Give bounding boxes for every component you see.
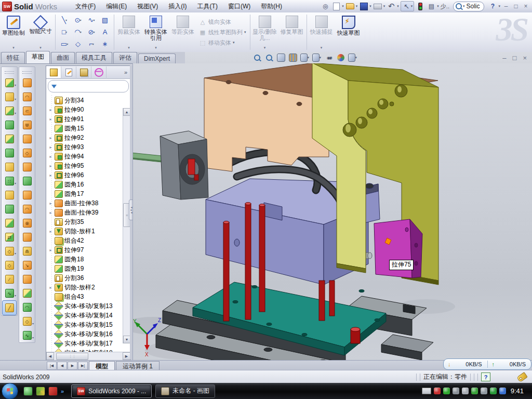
start-button[interactable]: [2, 383, 18, 399]
network-speed-widget[interactable]: ↓0KB/S ↑0KB/S: [443, 358, 531, 370]
surf-thicken-button[interactable]: [20, 188, 34, 202]
tree-item[interactable]: ▸拉伸94: [46, 152, 130, 161]
tree-vertical-scrollbar[interactable]: ▲ ≡ ▼: [123, 108, 130, 343]
view-orientation-icon[interactable]: ▾: [300, 54, 309, 62]
dimxpert-manager-tab[interactable]: [91, 66, 107, 78]
tab-nav-1[interactable]: ◀: [57, 362, 67, 370]
polygon-tool[interactable]: ◇: [71, 38, 85, 50]
rotate-view-icon[interactable]: [276, 54, 285, 62]
downloader-icon[interactable]: [499, 388, 506, 394]
taskbar-clock[interactable]: 9:41: [509, 387, 528, 395]
expand-icon[interactable]: ▸: [48, 285, 53, 290]
measure-button[interactable]: ╱: [2, 300, 17, 315]
property-manager-tab[interactable]: [61, 66, 76, 78]
tab-运动算例 1[interactable]: 运动算例 1: [116, 361, 159, 370]
display-style-icon[interactable]: ▾: [312, 54, 321, 62]
volume-icon[interactable]: [462, 388, 469, 394]
ellipse-tool[interactable]: ⊘▾: [85, 26, 98, 38]
tab-nav-0[interactable]: |◀: [47, 362, 57, 370]
expand-icon[interactable]: ▸: [48, 210, 53, 215]
tree-item[interactable]: ▸拉伸97: [46, 245, 130, 255]
tree-item[interactable]: ▸拉伸92: [46, 133, 130, 142]
expand-icon[interactable]: ▸: [48, 248, 53, 252]
expand-icon[interactable]: ▸: [48, 173, 53, 178]
spline-tool-caret-icon[interactable]: ▾: [93, 18, 95, 22]
scene-icon-caret[interactable]: ▾: [355, 56, 357, 60]
pattern-caret-icon[interactable]: ▾: [15, 181, 16, 185]
tree-item[interactable]: 圆角18: [46, 255, 130, 264]
surf-trim-button[interactable]: [20, 272, 34, 286]
doc-minimize-button[interactable]: –: [502, 54, 506, 62]
section-view-icon[interactable]: [288, 54, 297, 62]
tag-icon[interactable]: [516, 371, 528, 382]
doc-restore-button[interactable]: □: [513, 54, 517, 62]
dropdown-caret-icon[interactable]: ▾: [264, 46, 266, 50]
dropdown-caret-icon[interactable]: ▾: [128, 46, 130, 50]
configuration-manager-tab[interactable]: [76, 66, 91, 78]
rectangle-tool-caret-icon[interactable]: ▾: [65, 30, 67, 34]
curve-helix-caret-icon[interactable]: ▾: [15, 294, 16, 297]
red-pin-short[interactable]: [351, 327, 360, 343]
tree-item[interactable]: 圆角17: [46, 189, 130, 198]
tree-item[interactable]: 分割35: [46, 217, 130, 227]
select-tool-button[interactable]: ↖▾: [401, 1, 415, 11]
tree-item[interactable]: 圆角19: [46, 264, 130, 273]
tree-item[interactable]: 圆角16: [46, 180, 130, 189]
loft-button[interactable]: [3, 118, 16, 132]
tree-item[interactable]: 实体-移动/复制14: [46, 311, 130, 320]
options-caret-icon[interactable]: ▾: [437, 4, 439, 8]
expand-icon[interactable]: ▸: [48, 145, 53, 150]
print-button[interactable]: [373, 2, 382, 11]
tree-item[interactable]: ▸切除-放样2: [46, 283, 130, 292]
extrude-boss-button[interactable]: ▾: [3, 76, 16, 90]
expand-icon[interactable]: ▸: [48, 136, 53, 140]
expand-icon[interactable]: ▸: [48, 154, 53, 159]
surf-loft-button[interactable]: ⋓: [20, 118, 34, 132]
task-SolidWorks 2009 - ...[interactable]: SWSolidWorks 2009 - ...: [71, 384, 152, 398]
undo-button[interactable]: ↶: [387, 2, 396, 11]
extrude-boss-caret-icon[interactable]: ▾: [15, 83, 16, 87]
pin-icon[interactable]: ◎: [321, 2, 330, 11]
surf-ref-geometry-caret-icon[interactable]: ▾: [32, 322, 34, 325]
text-tool[interactable]: A: [98, 26, 112, 38]
solidworks-icon[interactable]: [48, 387, 58, 396]
dropdown-caret-icon[interactable]: ▾: [321, 46, 323, 50]
surf-revolve-button[interactable]: ◠: [20, 90, 34, 104]
sketch-fillet-tool[interactable]: ⌐▾: [85, 38, 98, 50]
slot-tool[interactable]: ▭▾: [58, 38, 71, 50]
security-icon[interactable]: [490, 388, 497, 394]
minimize-button[interactable]: –: [502, 3, 510, 10]
quick-launch-overflow[interactable]: »: [61, 388, 64, 394]
combine-a-button[interactable]: [3, 188, 16, 202]
expand-icon[interactable]: ▸: [48, 229, 53, 234]
tree-item[interactable]: 组合42: [46, 236, 130, 245]
expand-icon[interactable]: ▸: [48, 117, 53, 122]
surf-untrim-button[interactable]: ⋒: [20, 244, 34, 258]
surf-delete-face-button[interactable]: ⊗: [20, 216, 34, 230]
options-button[interactable]: ▤: [427, 2, 436, 11]
tree-item[interactable]: ▸曲面-拉伸39: [46, 208, 130, 217]
box-button[interactable]: [3, 132, 16, 146]
surf-helix-button[interactable]: ∿▾: [20, 328, 34, 342]
scroll-left-icon[interactable]: ◀: [46, 352, 54, 360]
surf-extrude-button[interactable]: [20, 76, 34, 90]
search-input[interactable]: Solic: [466, 3, 480, 10]
tree-item[interactable]: 实体-移动/复制15: [46, 320, 130, 329]
dropdown-caret-icon[interactable]: ▾: [39, 46, 42, 50]
quick-tips-button[interactable]: ?: [481, 373, 490, 381]
menu-5[interactable]: 窗口(W): [223, 1, 255, 12]
circle-tool[interactable]: ⊙▾: [71, 14, 85, 26]
menu-0[interactable]: 文件(F): [71, 1, 100, 12]
ref-axis-button[interactable]: ⁄: [3, 272, 16, 286]
display-style-icon-caret[interactable]: ▾: [319, 56, 321, 60]
tree-item[interactable]: 实体-移动/复制13: [46, 301, 130, 311]
extrude-cut-button[interactable]: ▾: [3, 90, 16, 104]
menu-2[interactable]: 视图(V): [132, 1, 163, 12]
feature-manager-tab[interactable]: [46, 66, 61, 78]
快速草图-button[interactable]: 快速草图: [336, 14, 362, 51]
草图绘制-button[interactable]: 草图绘制▾: [1, 14, 26, 51]
tree-item[interactable]: 圆角15: [46, 124, 130, 133]
close-button[interactable]: ×: [522, 3, 530, 10]
slot-tool-caret-icon[interactable]: ▾: [66, 42, 68, 46]
zoom-area-icon[interactable]: [264, 54, 273, 62]
